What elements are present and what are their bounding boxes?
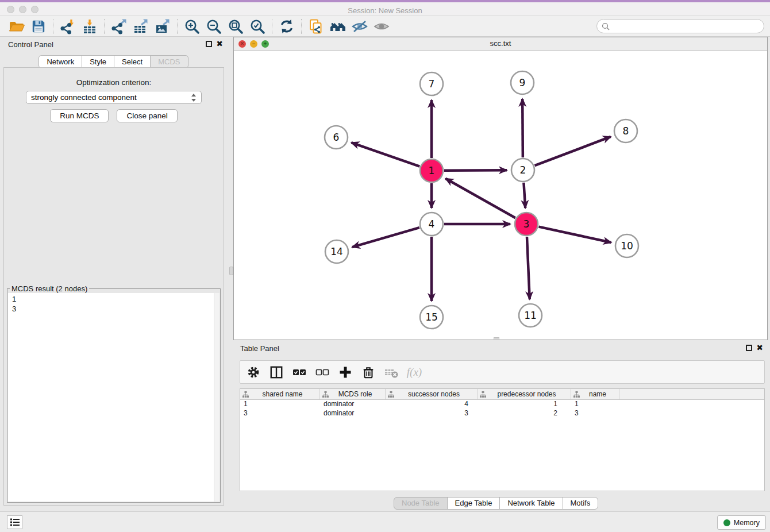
function-builder-icon[interactable]: f(x) <box>406 364 423 381</box>
table-cell: 2 <box>478 409 571 418</box>
delete-table-icon[interactable] <box>383 364 400 381</box>
settings-gear-icon[interactable] <box>245 364 262 381</box>
open-session-icon[interactable] <box>6 17 28 36</box>
node-label-8: 8 <box>623 125 629 137</box>
column-header-successor-nodes[interactable]: successor nodes <box>386 389 478 399</box>
table-cell: 3 <box>386 409 478 418</box>
edge-4-14[interactable] <box>352 228 419 247</box>
zoom-out-icon[interactable] <box>203 17 225 36</box>
column-header-name[interactable]: name <box>571 389 619 399</box>
tab-network-table[interactable]: Network Table <box>499 497 563 510</box>
import-network-icon[interactable] <box>57 17 79 36</box>
ndex-home-icon[interactable] <box>327 17 349 36</box>
float-panel-icon[interactable] <box>206 41 212 47</box>
edge-3-10[interactable] <box>538 227 611 242</box>
column-header-label: name <box>580 390 619 398</box>
apply-layout-icon[interactable] <box>276 17 298 36</box>
column-type-icon <box>480 391 486 398</box>
mcds-result-title: MCDS result (2 nodes) <box>10 284 89 293</box>
column-header-shared-name[interactable]: shared name <box>240 389 320 399</box>
select-all-columns-icon[interactable] <box>291 364 308 381</box>
close-panel-icon[interactable]: ✖ <box>216 41 223 47</box>
edge-1-6[interactable] <box>351 142 419 167</box>
mcds-result-area[interactable]: 1 3 <box>8 293 220 502</box>
close-panel-button[interactable]: Close panel <box>117 109 177 122</box>
vertical-splitter-handle[interactable] <box>229 267 233 275</box>
run-mcds-button[interactable]: Run MCDS <box>50 109 109 122</box>
table-row[interactable]: 1dominator411 <box>240 400 764 409</box>
node-label-2: 2 <box>520 164 526 176</box>
table-toolbar: f(x) <box>240 360 765 384</box>
search-input[interactable] <box>613 21 764 32</box>
unselect-all-columns-icon[interactable] <box>314 364 331 381</box>
column-header-MCDS-role[interactable]: MCDS role <box>320 389 386 399</box>
network-canvas[interactable]: 7968124314101511 <box>234 51 767 340</box>
export-table-icon[interactable] <box>130 17 152 36</box>
optimization-criterion-select[interactable]: strongly connected component <box>26 91 202 104</box>
zoom-fit-icon[interactable] <box>225 17 247 36</box>
export-network-icon[interactable] <box>108 17 130 36</box>
clone-network-icon[interactable] <box>305 17 327 36</box>
zoom-in-icon[interactable] <box>181 17 203 36</box>
memory-button[interactable]: Memory <box>717 515 766 530</box>
close-table-panel-icon[interactable]: ✖ <box>756 345 763 351</box>
table-body: 1dominator4113dominator323 <box>240 400 764 418</box>
show-task-history-button[interactable] <box>7 515 22 529</box>
export-image-icon[interactable] <box>152 17 174 36</box>
zoom-selected-icon[interactable] <box>247 17 268 36</box>
edge-2-9[interactable] <box>522 99 523 157</box>
edge-3-11[interactable] <box>527 237 530 299</box>
table-cell: dominator <box>320 400 386 409</box>
tab-network[interactable]: Network <box>38 55 82 68</box>
table-tabs: Node TableEdge TableNetwork TableMotifs <box>394 497 598 510</box>
main-toolbar <box>0 16 770 37</box>
network-graph[interactable]: 7968124314101511 <box>234 51 767 340</box>
columns-icon[interactable] <box>268 364 285 381</box>
table-header-row: shared nameMCDS rolesuccessor nodesprede… <box>240 389 764 400</box>
app-title: Session: New Session <box>0 5 770 17</box>
control-panel: Control Panel ✖ NetworkStyleSelectMCDS O… <box>0 37 228 511</box>
toolbar-separator <box>177 19 178 34</box>
edge-2-8[interactable] <box>535 137 611 165</box>
save-session-icon[interactable] <box>28 17 49 36</box>
delete-column-icon[interactable] <box>360 364 377 381</box>
control-panel-title: Control Panel <box>8 40 53 49</box>
node-label-9: 9 <box>519 77 526 88</box>
result-scrollbar[interactable] <box>214 293 220 502</box>
node-label-11: 11 <box>524 310 537 321</box>
show-graphics-details-icon[interactable] <box>371 17 392 36</box>
table-row[interactable]: 3dominator323 <box>240 409 764 418</box>
create-column-icon[interactable] <box>337 364 354 381</box>
table-cell: dominator <box>320 409 386 418</box>
app-titlebar: Session: New Session <box>0 2 770 16</box>
edge-2-3[interactable] <box>523 183 525 208</box>
network-window-titlebar[interactable]: ✕ − + scc.txt <box>234 37 767 51</box>
hide-graphics-details-icon[interactable] <box>349 17 371 36</box>
network-view-window: ✕ − + scc.txt 7968124314101511 <box>233 37 768 340</box>
edge-3-1[interactable] <box>445 179 515 218</box>
node-label-1: 1 <box>429 165 435 176</box>
table-cell: 1 <box>571 400 619 409</box>
import-table-icon[interactable] <box>79 17 101 36</box>
node-label-7: 7 <box>429 78 435 90</box>
tab-style[interactable]: Style <box>82 55 114 68</box>
table-cell: 3 <box>240 409 320 418</box>
tab-mcds[interactable]: MCDS <box>150 55 188 68</box>
toolbar-separator <box>301 19 302 34</box>
tab-node-table[interactable]: Node Table <box>394 497 448 510</box>
tab-edge-table[interactable]: Edge Table <box>447 497 500 510</box>
column-header-predecessor-nodes[interactable]: predecessor nodes <box>478 389 571 399</box>
toolbar-separator <box>53 19 53 34</box>
edge-1-2[interactable] <box>444 170 507 171</box>
network-window-title: scc.txt <box>234 37 767 50</box>
column-type-icon <box>388 391 394 398</box>
float-table-panel-icon[interactable] <box>746 345 752 351</box>
tab-motifs[interactable]: Motifs <box>563 497 599 510</box>
node-label-15: 15 <box>425 311 438 323</box>
task-list-icon <box>10 518 20 527</box>
toolbar-separator <box>272 19 272 34</box>
column-header-label: predecessor nodes <box>486 390 571 398</box>
column-type-icon <box>242 391 249 398</box>
tab-select[interactable]: Select <box>114 55 151 68</box>
node-table: shared nameMCDS rolesuccessor nodesprede… <box>240 388 765 491</box>
